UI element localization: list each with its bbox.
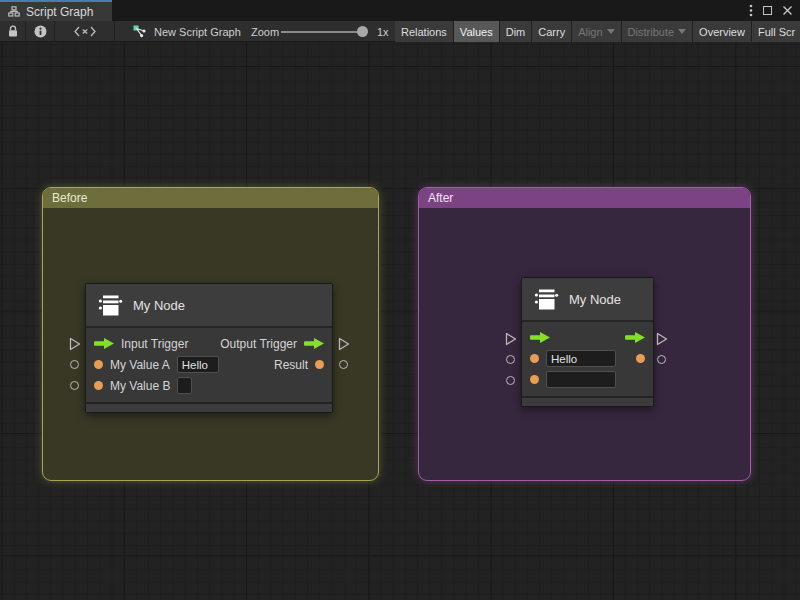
- info-icon: [34, 25, 47, 38]
- graph-toolbar: New Script Graph Zoom 1x Relations Value…: [0, 21, 800, 42]
- node-before-body: Input Trigger Output Trigger My Value A …: [86, 328, 332, 402]
- unit-icon: [98, 293, 123, 317]
- value-b-input-field[interactable]: [546, 371, 616, 388]
- port-label-my-value-a: My Value A: [110, 358, 170, 372]
- close-icon[interactable]: [782, 5, 793, 16]
- external-data-output-port-icon[interactable]: [339, 360, 348, 369]
- info-button[interactable]: [26, 21, 55, 42]
- port-label-output-trigger: Output Trigger: [220, 337, 297, 351]
- tab-bar: Script Graph: [0, 0, 800, 21]
- toolbar-button-align[interactable]: Align: [572, 21, 621, 42]
- data-output-port-icon[interactable]: [636, 354, 645, 363]
- zoom-slider[interactable]: [281, 31, 367, 33]
- group-before-header[interactable]: Before: [43, 188, 378, 208]
- group-after-label: After: [428, 191, 453, 205]
- data-input-port-icon[interactable]: [530, 354, 539, 363]
- external-data-input-port-icon[interactable]: [70, 360, 79, 369]
- flow-input-port-icon[interactable]: [530, 332, 550, 343]
- node-after[interactable]: My Node: [521, 277, 654, 407]
- port-row-value-a: [522, 348, 653, 369]
- port-row-value-b: My Value B: [86, 375, 332, 396]
- value-a-input-field[interactable]: [177, 356, 219, 373]
- node-before[interactable]: My Node Input Trigger Output Trigger My …: [85, 283, 333, 413]
- graph-title: New Script Graph: [133, 21, 241, 42]
- toolbar-button-values[interactable]: Values: [454, 21, 500, 42]
- group-after-header[interactable]: After: [419, 188, 750, 208]
- toolbar-button-overview[interactable]: Overview: [693, 21, 752, 42]
- unit-icon: [534, 287, 559, 311]
- toolbar-button-distribute[interactable]: Distribute: [622, 21, 693, 42]
- code-view-button[interactable]: [55, 21, 115, 42]
- port-label-result: Result: [274, 358, 308, 372]
- dropdown-arrow-icon: [607, 29, 615, 34]
- tab-script-graph[interactable]: Script Graph: [0, 0, 112, 21]
- zoom-label: Zoom: [251, 21, 279, 42]
- external-data-output-port-icon[interactable]: [657, 355, 666, 364]
- toolbar-button-carry[interactable]: Carry: [532, 21, 572, 42]
- external-flow-output-port-icon[interactable]: [338, 337, 350, 355]
- data-input-port-icon[interactable]: [94, 381, 103, 390]
- script-graph-icon: [133, 25, 147, 38]
- toolbar-button-fullscreen[interactable]: Full Scr: [752, 21, 800, 42]
- data-input-port-icon[interactable]: [94, 360, 103, 369]
- flow-output-port-icon[interactable]: [304, 338, 324, 349]
- toolbar-button-relations[interactable]: Relations: [395, 21, 454, 42]
- lock-button[interactable]: [0, 21, 26, 42]
- group-before-label: Before: [52, 191, 87, 205]
- menu-dots-icon[interactable]: [749, 4, 753, 17]
- lock-icon: [7, 25, 19, 38]
- external-flow-output-port-icon[interactable]: [656, 332, 668, 350]
- port-label-input-trigger: Input Trigger: [121, 337, 188, 351]
- graph-canvas[interactable]: Before After My Node: [0, 42, 800, 600]
- flow-input-port-icon[interactable]: [94, 338, 114, 349]
- value-a-input-field[interactable]: [546, 350, 616, 367]
- port-row-trigger: [522, 327, 653, 348]
- maximize-icon[interactable]: [763, 6, 772, 15]
- value-b-input-field[interactable]: [177, 377, 192, 394]
- data-output-port-icon[interactable]: [315, 360, 324, 369]
- toolbar-button-dim[interactable]: Dim: [500, 21, 533, 42]
- node-title: My Node: [569, 292, 621, 307]
- zoom-slider-handle[interactable]: [357, 26, 368, 37]
- port-row-value-b: [522, 369, 653, 390]
- node-footer: [522, 396, 653, 406]
- dropdown-arrow-icon: [678, 29, 686, 34]
- node-footer: [86, 402, 332, 412]
- graph-name-label: New Script Graph: [154, 26, 241, 38]
- external-data-input-port-icon[interactable]: [70, 381, 79, 390]
- port-row-trigger: Input Trigger Output Trigger: [86, 333, 332, 354]
- toolbar-buttons: Relations Values Dim Carry Align Distrib…: [395, 21, 800, 42]
- port-label-my-value-b: My Value B: [110, 379, 170, 393]
- external-flow-input-port-icon[interactable]: [505, 332, 517, 350]
- external-flow-input-port-icon[interactable]: [69, 337, 81, 355]
- node-before-header[interactable]: My Node: [86, 284, 332, 328]
- flow-output-port-icon[interactable]: [625, 332, 645, 343]
- code-view-icon: [74, 26, 96, 37]
- external-data-input-port-icon[interactable]: [506, 376, 515, 385]
- node-title: My Node: [133, 298, 185, 313]
- window-controls: [749, 0, 800, 21]
- external-data-input-port-icon[interactable]: [506, 355, 515, 364]
- tab-title: Script Graph: [26, 5, 93, 19]
- node-after-body: [522, 322, 653, 396]
- data-input-port-icon[interactable]: [530, 375, 539, 384]
- port-row-value-a: My Value A Result: [86, 354, 332, 375]
- graph-tree-icon: [8, 6, 20, 17]
- node-after-header[interactable]: My Node: [522, 278, 653, 322]
- zoom-value: 1x: [377, 21, 389, 42]
